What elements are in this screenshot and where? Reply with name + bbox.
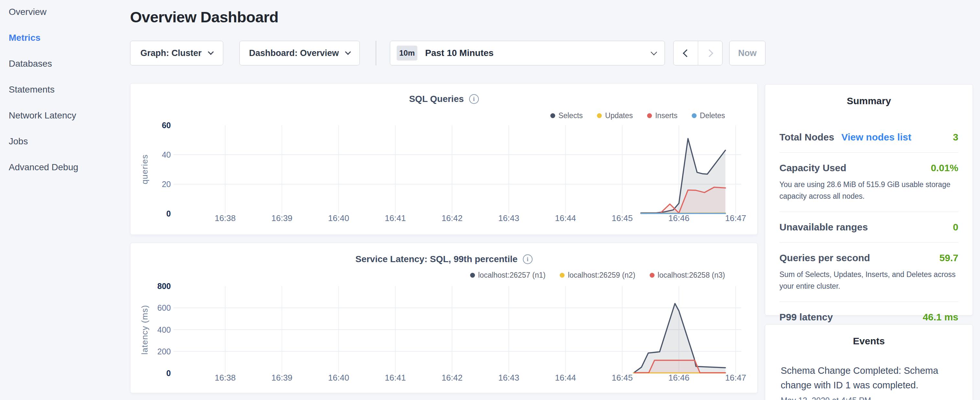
- sidebar-item-overview[interactable]: Overview: [9, 5, 125, 18]
- svg-text:800: 800: [157, 282, 171, 291]
- chevron-right-icon: [705, 49, 713, 57]
- svg-text:400: 400: [157, 325, 171, 334]
- capacity-used-description: You are using 28.6 MiB of 515.9 GiB usab…: [780, 178, 959, 202]
- svg-text:16:41: 16:41: [385, 373, 406, 382]
- svg-text:0: 0: [166, 209, 171, 218]
- next-time-button[interactable]: [698, 41, 722, 65]
- metrics-page: Overview Metrics Databases Statements Ne…: [0, 0, 980, 400]
- svg-text:16:47: 16:47: [725, 213, 746, 223]
- summary-row-capacity: Capacity Used 0.01% You are using 28.6 M…: [780, 153, 958, 212]
- events-title: Events: [781, 325, 957, 347]
- time-pager: [673, 41, 722, 65]
- svg-text:16:45: 16:45: [612, 373, 633, 382]
- prev-time-button[interactable]: [674, 41, 698, 65]
- time-window-dropdown[interactable]: 10m Past 10 Minutes: [390, 41, 665, 65]
- queries-per-second-value: 59.7: [940, 252, 958, 263]
- capacity-used-value: 0.01%: [931, 163, 958, 174]
- svg-text:600: 600: [157, 303, 171, 312]
- summary-row-unavailable-ranges: Unavailable ranges 0: [780, 212, 958, 243]
- svg-text:16:40: 16:40: [328, 213, 349, 223]
- unavailable-ranges-value: 0: [953, 222, 958, 233]
- sidebar-item-metrics[interactable]: Metrics: [9, 31, 125, 44]
- svg-text:200: 200: [157, 347, 171, 356]
- chevron-down-icon: [651, 49, 657, 55]
- queries-per-second-label: Queries per second: [780, 252, 870, 263]
- svg-text:16:42: 16:42: [442, 373, 463, 382]
- sql-queries-panel: SQL Queries i SelectsUpdatesInsertsDelet…: [130, 83, 758, 235]
- svg-text:0: 0: [166, 369, 171, 378]
- svg-text:40: 40: [162, 150, 171, 159]
- svg-text:16:43: 16:43: [498, 213, 519, 223]
- queries-per-second-description: Sum of Selects, Updates, Inserts, and De…: [780, 269, 959, 292]
- svg-text:20: 20: [162, 180, 171, 189]
- toolbar-divider: [375, 41, 376, 65]
- unavailable-ranges-label: Unavailable ranges: [780, 222, 868, 233]
- summary-row-total-nodes: Total Nodes View nodes list 3: [780, 122, 958, 153]
- chevron-down-icon: [208, 49, 213, 55]
- service-latency-chart: 16:3816:3916:4016:4116:4216:4316:4416:45…: [130, 243, 758, 394]
- view-nodes-list-link[interactable]: View nodes list: [841, 132, 911, 143]
- summary-title: Summary: [780, 84, 958, 107]
- svg-text:16:40: 16:40: [328, 373, 349, 382]
- svg-text:16:39: 16:39: [272, 373, 293, 382]
- total-nodes-value: 3: [953, 132, 958, 143]
- sidebar-item-statements[interactable]: Statements: [9, 83, 125, 96]
- svg-text:16:46: 16:46: [668, 373, 689, 382]
- svg-text:16:47: 16:47: [725, 373, 746, 382]
- dashboard-dropdown[interactable]: Dashboard: Overview: [239, 41, 360, 65]
- events-panel: Events Schema Change Completed: Schema c…: [765, 324, 973, 400]
- svg-text:16:43: 16:43: [498, 373, 519, 382]
- sidebar-item-databases[interactable]: Databases: [9, 57, 125, 70]
- total-nodes-label: Total Nodes: [780, 132, 834, 143]
- svg-text:16:39: 16:39: [272, 213, 293, 223]
- chevron-down-icon: [345, 49, 351, 55]
- graph-dropdown[interactable]: Graph: Cluster: [130, 41, 223, 65]
- chevron-left-icon: [682, 49, 690, 57]
- svg-text:16:38: 16:38: [215, 213, 235, 223]
- p99-latency-value: 46.1 ms: [923, 312, 958, 323]
- sidebar-item-advanced-debug[interactable]: Advanced Debug: [9, 161, 125, 174]
- svg-text:60: 60: [162, 121, 171, 130]
- svg-text:16:42: 16:42: [442, 213, 463, 223]
- time-window-badge: 10m: [397, 46, 417, 61]
- svg-text:16:41: 16:41: [385, 213, 406, 223]
- graph-dropdown-label: Graph: Cluster: [140, 48, 202, 58]
- event-message[interactable]: Schema Change Completed: Schema change w…: [781, 363, 946, 392]
- now-button[interactable]: Now: [729, 41, 765, 65]
- capacity-used-label: Capacity Used: [780, 163, 846, 174]
- event-timestamp: May 13, 2020 at 4:45 PM: [781, 396, 957, 400]
- page-title: Overview Dashboard: [130, 8, 278, 26]
- sql-queries-chart: 16:3816:3916:4016:4116:4216:4316:4416:45…: [130, 83, 758, 235]
- svg-text:16:46: 16:46: [668, 213, 689, 223]
- sidebar-item-jobs[interactable]: Jobs: [9, 135, 125, 148]
- svg-text:16:38: 16:38: [215, 373, 235, 382]
- sidebar-item-network-latency[interactable]: Network Latency: [9, 109, 125, 122]
- sidebar: Overview Metrics Databases Statements Ne…: [9, 5, 125, 187]
- svg-text:16:44: 16:44: [555, 213, 576, 223]
- summary-row-qps: Queries per second 59.7 Sum of Selects, …: [780, 243, 958, 302]
- service-latency-panel: Service Latency: SQL, 99th percentile i …: [130, 243, 758, 393]
- dashboard-dropdown-label: Dashboard: Overview: [249, 48, 339, 58]
- summary-panel: Summary Total Nodes View nodes list 3 Ca…: [765, 84, 973, 316]
- p99-latency-label: P99 latency: [780, 312, 833, 323]
- time-window-label: Past 10 Minutes: [425, 48, 494, 58]
- svg-text:16:45: 16:45: [612, 213, 633, 223]
- svg-text:16:44: 16:44: [555, 373, 576, 382]
